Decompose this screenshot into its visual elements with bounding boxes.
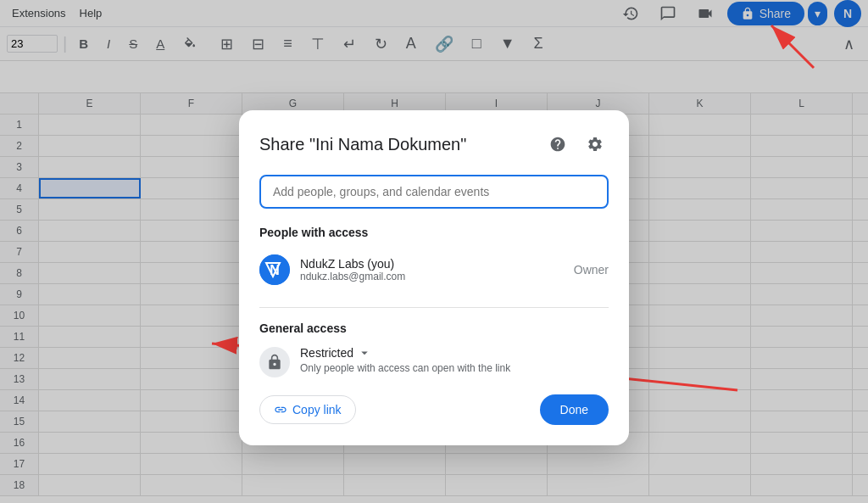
general-access-title: General access [259, 321, 609, 335]
lock-icon-container [259, 347, 290, 377]
person-item: N NdukZ Labs (you) ndukz.labs@gmail.com … [259, 249, 609, 290]
people-with-access-section: People with access N NdukZ Labs (you) nd… [259, 226, 609, 290]
dialog-header: Share "Ini Nama Dokumen" [259, 131, 609, 158]
access-description: Only people with access can open with th… [300, 362, 609, 374]
add-people-input[interactable] [273, 185, 595, 198]
access-item: Restricted Only people with access can o… [259, 345, 609, 377]
person-role: Owner [574, 263, 609, 277]
access-type-label: Restricted [300, 346, 353, 360]
general-access-section: General access Restricted Only people wi… [259, 321, 609, 377]
settings-icon-btn[interactable] [581, 131, 609, 158]
copy-link-label: Copy link [292, 403, 342, 416]
dialog-header-icons [544, 131, 609, 158]
search-input-container[interactable] [259, 175, 609, 209]
people-section-title: People with access [259, 226, 609, 239]
help-icon-btn[interactable] [544, 131, 571, 158]
done-button[interactable]: Done [540, 394, 609, 425]
access-type-row: Restricted [300, 345, 609, 360]
share-dialog: Share "Ini Nama Dokumen" People with acc… [239, 110, 629, 445]
person-email: ndukz.labs@gmail.com [300, 271, 564, 282]
person-name: NdukZ Labs (you) [300, 257, 564, 271]
person-avatar: N [259, 254, 290, 285]
copy-link-button[interactable]: Copy link [259, 395, 356, 424]
access-type-dropdown-btn[interactable] [357, 345, 372, 360]
access-info: Restricted Only people with access can o… [300, 345, 609, 374]
person-info: NdukZ Labs (you) ndukz.labs@gmail.com [300, 257, 564, 282]
section-divider [259, 307, 609, 308]
dialog-title: Share "Ini Nama Dokumen" [259, 135, 466, 154]
dialog-footer: Copy link Done [259, 394, 609, 425]
